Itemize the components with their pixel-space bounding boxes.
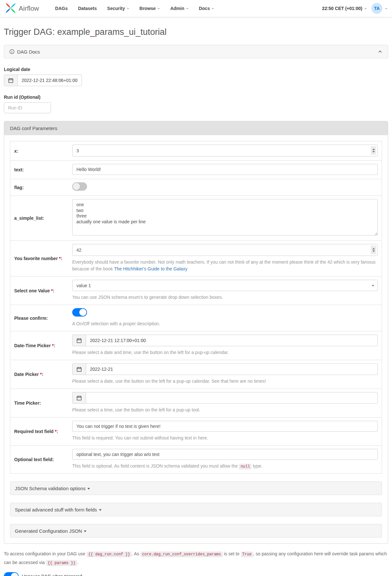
code-chip: {{ params }}: [46, 560, 77, 566]
param-row-time-picker: Time Picker:: [10, 389, 382, 418]
code-chip: {{ dag_run.conf }}: [87, 551, 132, 557]
param-favorite-number-input[interactable]: [72, 244, 378, 256]
dag-conf-panel-title: DAG conf Parameters: [4, 121, 388, 135]
dag-conf-panel-body: x: text:: [4, 135, 388, 543]
avatar: TA: [371, 3, 382, 14]
code-chip: null: [239, 464, 251, 470]
airflow-brand[interactable]: Airflow: [5, 2, 39, 15]
run-id-label: Run id (Optional): [4, 95, 388, 100]
unpause-label: Unpause DAG when triggered: [22, 574, 82, 576]
number-spinner-icon[interactable]: [371, 146, 376, 155]
param-label: You favorite number *:: [10, 241, 68, 276]
param-description: This field is optional. As field content…: [72, 463, 378, 470]
caret-down-icon: [127, 8, 129, 9]
logical-date-label: Logical date: [4, 67, 388, 72]
accordion-generated-json[interactable]: Generated Configuration JSON: [10, 524, 382, 538]
param-select-value-dropdown[interactable]: value 1: [72, 280, 378, 291]
brand-name: Airflow: [19, 5, 39, 12]
info-icon: [9, 49, 15, 54]
unpause-toggle[interactable]: [4, 572, 19, 576]
param-row-confirm: Please confirm: A On/Off selection with …: [10, 305, 382, 331]
code-chip: True: [241, 551, 253, 557]
config-help-text: To access configuration in your DAG use …: [4, 550, 388, 567]
caret-down-icon: [385, 8, 387, 9]
accordion-label: JSON Schema validation options: [15, 486, 85, 491]
param-label: Required text field *:: [10, 418, 68, 445]
params-table: x: text:: [10, 141, 382, 474]
param-row-text: text:: [10, 161, 382, 179]
param-label: Date Picker *:: [10, 360, 68, 389]
param-datetime-input[interactable]: [86, 335, 378, 346]
navbar: Airflow DAGs Datasets Security Browse Ad…: [0, 0, 392, 17]
nav-item-docs[interactable]: Docs: [199, 6, 214, 11]
param-row-flag: flag:: [10, 179, 382, 196]
param-a-simple-list-textarea[interactable]: one two three actually one value is made…: [72, 199, 378, 236]
param-date-input[interactable]: [86, 363, 378, 375]
airflow-logo-icon: [5, 2, 17, 15]
calendar-icon-button[interactable]: [4, 75, 17, 86]
caret-down-icon: [211, 8, 214, 9]
nav-item-label: Datasets: [78, 6, 97, 11]
caret-down-icon: [87, 488, 90, 490]
dag-docs-accordion[interactable]: DAG Docs: [4, 45, 388, 58]
calendar-icon-button[interactable]: [72, 363, 86, 375]
logical-date-group: [4, 75, 388, 86]
param-description: Everybody should have a favorite number.…: [72, 259, 378, 272]
param-label: Select one Value *:: [10, 277, 68, 305]
param-time-input[interactable]: [86, 392, 378, 404]
accordion-json-schema-options[interactable]: JSON Schema validation options: [10, 481, 382, 495]
param-label: a_simple_list:: [10, 196, 68, 240]
selected-option: value 1: [76, 283, 91, 288]
param-label: x:: [10, 141, 68, 160]
nav-item-label: Admin: [170, 6, 184, 11]
param-row-required-text: Required text field *: This field is req…: [10, 418, 382, 446]
nav-item-browse[interactable]: Browse: [140, 6, 160, 11]
accordion-special-advanced[interactable]: Special advanced stuff with form fields: [10, 503, 382, 516]
param-required-text-input[interactable]: [72, 421, 378, 432]
param-label: Date-Time Picker *:: [10, 331, 68, 360]
number-spinner-icon[interactable]: [371, 246, 376, 254]
caret-down-icon: [186, 8, 189, 9]
param-label: Optional text field:: [10, 446, 68, 473]
dag-conf-panel: DAG conf Parameters x:: [4, 121, 388, 544]
navbar-right: 22:50 CET (+01:00) TA: [322, 3, 387, 14]
param-description: A On/Off selection with a proper descrip…: [72, 320, 378, 327]
param-x-input[interactable]: [72, 145, 378, 157]
confirm-toggle[interactable]: [72, 308, 87, 317]
param-row-x: x:: [10, 141, 382, 161]
clock-text: 22:50 CET (+01:00): [322, 6, 362, 11]
nav-item-dags[interactable]: DAGs: [55, 6, 68, 11]
dag-docs-label: DAG Docs: [17, 49, 40, 55]
nav-item-admin[interactable]: Admin: [170, 6, 189, 11]
param-optional-text-input[interactable]: [72, 449, 378, 460]
run-id-input[interactable]: [4, 102, 51, 113]
caret-down-icon: [157, 8, 160, 9]
nav-item-label: Docs: [199, 6, 210, 11]
param-text-input[interactable]: [72, 164, 378, 175]
nav-item-datasets[interactable]: Datasets: [78, 6, 97, 11]
unpause-row: Unpause DAG when triggered: [4, 572, 388, 576]
calendar-icon-button[interactable]: [72, 392, 86, 404]
param-row-select-value: Select one Value *: value 1 You can use …: [10, 277, 382, 305]
timezone-selector[interactable]: 22:50 CET (+01:00): [322, 6, 367, 11]
param-row-a-simple-list: a_simple_list: one two three actually on…: [10, 196, 382, 241]
param-description: Please select a date and time, use the b…: [72, 349, 378, 356]
caret-down-icon: [99, 509, 102, 511]
select-caret-icon: [372, 285, 374, 287]
user-menu[interactable]: TA: [371, 3, 387, 14]
code-chip: core.dag_run_conf_overrides_params: [141, 551, 223, 557]
nav-item-security[interactable]: Security: [107, 6, 129, 11]
calendar-icon-button[interactable]: [72, 335, 86, 346]
nav-item-label: Browse: [140, 6, 156, 11]
param-row-datetime-picker: Date-Time Picker *:: [10, 331, 382, 360]
hitchhiker-link[interactable]: The Hitchhiker's Guide to the Galaxy: [114, 266, 188, 271]
nav-item-label: DAGs: [55, 6, 68, 11]
param-description: Please select a time, use the button on …: [72, 407, 378, 413]
param-label: Time Picker:: [10, 389, 68, 417]
param-row-optional-text: Optional text field: This field is optio…: [10, 446, 382, 473]
logical-date-input[interactable]: [17, 75, 82, 86]
chevron-up-icon: [377, 49, 383, 54]
page-title: Trigger DAG: example_params_ui_tutorial: [4, 27, 388, 37]
flag-toggle[interactable]: [72, 182, 87, 191]
param-label: text:: [10, 161, 68, 179]
